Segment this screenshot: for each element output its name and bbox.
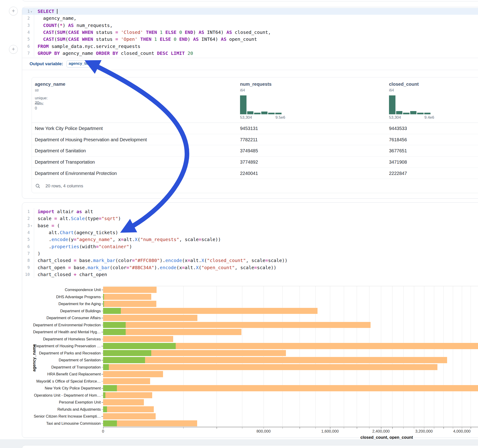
fold-caret-icon[interactable]: ∨	[30, 10, 33, 13]
gridline	[330, 286, 330, 427]
code-text: base = (	[34, 223, 60, 228]
x-axis-tick	[242, 427, 243, 429]
column-name: num_requests	[240, 81, 272, 87]
y-axis-title: agency_name	[32, 344, 37, 372]
closed-count-bar	[103, 322, 371, 328]
code-text: SELECT	[34, 8, 57, 14]
y-axis-tick	[101, 304, 103, 304]
y-axis-tick	[101, 409, 103, 410]
y-axis-tick	[101, 374, 103, 374]
line-number: 5	[22, 36, 34, 43]
x-axis-tick	[344, 427, 344, 429]
y-axis-tick	[101, 423, 103, 424]
code-line[interactable]: 6 .properties(width="container")	[22, 243, 478, 250]
closed-count-bar	[103, 308, 318, 314]
table-row: Department of Sanitation37494853677651	[32, 145, 478, 156]
bar-chart-plot-area	[103, 286, 478, 427]
histogram-bar	[240, 95, 246, 114]
add-cell-button-top[interactable]: +	[9, 7, 18, 15]
y-axis-tick	[101, 395, 103, 396]
code-line[interactable]: 1import altair as alt	[22, 208, 478, 215]
gridline	[344, 286, 344, 427]
code-line[interactable]: 3 COUNT(*) AS num_requests,	[22, 22, 478, 29]
code-line[interactable]: 5 .encode(y="agency_name", x=alt.X("num_…	[22, 236, 478, 243]
code-line[interactable]: 5 CAST(SUM(CASE WHEN status = 'Open' THE…	[22, 36, 478, 43]
histogram-range-labels: 53,3049.4e6	[389, 115, 434, 120]
line-number: 6	[22, 243, 34, 250]
table-cell: New York City Police Department	[35, 126, 103, 131]
code-text: FROM sample_data.nyc.service_requests	[34, 44, 140, 49]
histogram-range-labels: 53,3049.5e6	[240, 115, 285, 120]
code-text: chart_closed = base.mark_bar(color="#FFC…	[34, 258, 288, 263]
code-line[interactable]: 7)	[22, 250, 478, 257]
y-axis-label: Department of Buildings	[23, 307, 101, 315]
sql-code-editor[interactable]: 1∨SELECT 2 agency_name,3 COUNT(*) AS num…	[22, 7, 478, 57]
x-axis-tick	[315, 427, 316, 429]
closed-count-bar	[103, 301, 156, 307]
code-line[interactable]: 4 CAST(SUM(CASE WHEN status = 'Closed' T…	[22, 29, 478, 36]
table-row: Department of Environmental Protection22…	[32, 168, 478, 179]
next-cell-edge	[22, 445, 478, 448]
code-line[interactable]: 1∨SELECT	[22, 8, 478, 15]
search-icon[interactable]	[35, 183, 40, 188]
code-line[interactable]: 9chart_open = base.mark_bar(color="#8BC3…	[22, 264, 478, 271]
open-count-bar	[103, 301, 104, 307]
code-line[interactable]: 8chart_closed = base.mark_bar(color="#FF…	[22, 257, 478, 264]
column-type: str	[35, 88, 39, 92]
table-cell: Department of Housing Preservation and D…	[35, 137, 147, 142]
x-axis-tick	[216, 427, 217, 429]
y-axis-tick	[101, 402, 103, 403]
column-histogram	[240, 95, 282, 114]
x-axis-tick	[381, 427, 381, 429]
column-type: i64	[389, 88, 394, 92]
y-axis-label: HRA Benefit Card Replacement	[23, 371, 101, 378]
table-row: New York City Police Department945313194…	[32, 123, 478, 134]
y-axis-label: Department of Environmental Protection	[23, 322, 101, 329]
table-cell: Department of Sanitation	[35, 148, 86, 154]
y-axis-tick	[101, 367, 103, 367]
code-line[interactable]: 6FROM sample_data.nyc.service_requests	[22, 43, 478, 50]
code-text: .properties(width="container")	[34, 244, 132, 249]
add-cell-button-middle[interactable]: +	[9, 45, 18, 54]
fold-caret-icon[interactable]: ∨	[30, 224, 33, 227]
code-line[interactable]: 4 alt.Chart(agency_tickets)	[22, 229, 478, 236]
x-axis-tick	[453, 427, 453, 429]
output-variable-chip[interactable]: agency_tickets	[66, 60, 92, 68]
x-axis-tick-label: 4,000,000	[453, 429, 471, 434]
code-line[interactable]: 3∨base = (	[22, 222, 478, 229]
x-axis-tick-label: 2,400,000	[372, 429, 390, 434]
output-variable-row: Output variable: agency_tickets	[22, 58, 478, 70]
line-number: 8	[22, 257, 34, 264]
histogram-bar	[261, 112, 268, 114]
y-axis-tick	[101, 290, 103, 290]
y-axis-label: Department of Homeless Services	[23, 336, 101, 343]
python-code-editor[interactable]: 1import altair as alt2scale = alt.Scale(…	[22, 203, 478, 278]
closed-count-bar	[103, 413, 156, 419]
histogram-bar	[389, 95, 396, 114]
code-text: CAST(SUM(CASE WHEN status = 'Open' THEN …	[34, 36, 257, 42]
code-line[interactable]: 10chart_closed + chart_open	[22, 271, 478, 278]
code-line[interactable]: 2 agency_name,	[22, 15, 478, 22]
code-line[interactable]: 2scale = alt.Scale(type="sqrt")	[22, 215, 478, 222]
table-cell: 2222847	[389, 171, 407, 176]
y-axis-tick	[101, 381, 103, 382]
table-cell: 2240041	[240, 171, 258, 176]
gridline	[242, 286, 242, 427]
y-axis-label: Refunds and Adjustments	[23, 406, 101, 413]
x-axis-tick-label: 3,200,000	[415, 429, 433, 434]
y-axis-tick	[101, 318, 103, 318]
y-axis-tick	[101, 339, 103, 339]
y-axis-tick	[101, 297, 103, 297]
y-axis-tick	[101, 311, 103, 311]
histogram-bar	[396, 111, 403, 114]
column-name: closed_count	[389, 81, 419, 87]
column-stat: nulls: 0	[35, 101, 44, 111]
gridline	[424, 286, 424, 427]
y-axis-tick	[101, 325, 103, 325]
code-line[interactable]: 7GROUP BY agency_name ORDER BY closed_co…	[22, 50, 478, 57]
open-count-bar	[103, 406, 107, 412]
x-axis-tick	[462, 427, 462, 429]
code-text: agency_name,	[34, 15, 76, 21]
line-number: 4	[22, 229, 34, 236]
line-number: 5	[22, 236, 34, 243]
